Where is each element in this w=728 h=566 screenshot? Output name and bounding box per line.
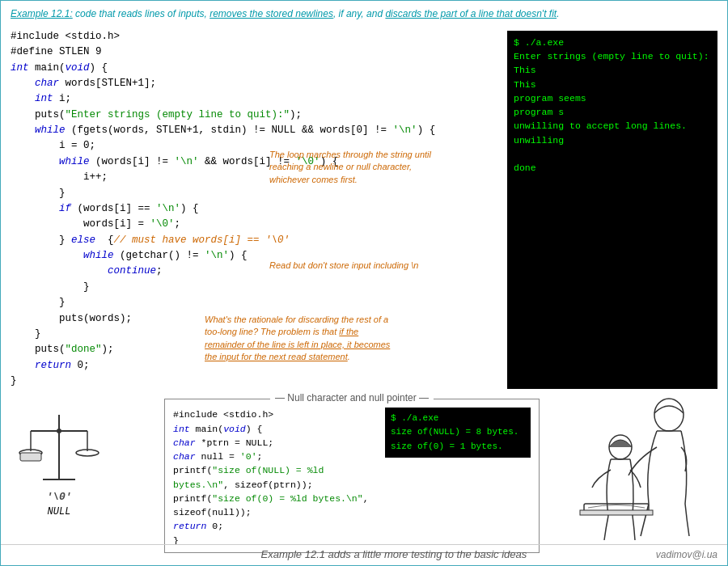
svg-rect-14 [580, 510, 653, 515]
scales-icon [19, 407, 99, 488]
illustration-area [556, 399, 717, 544]
footer: Example 12.1 adds a little more testing … [1, 544, 727, 560]
null-code-line: #include <stdio.h> [173, 408, 377, 421]
null-code-line: printf("size of(0) = %ld bytes.\n", size… [173, 492, 377, 520]
terminal-line: unwilling [514, 133, 711, 147]
null-code-block: #include <stdio.h> int main(void) { char… [173, 408, 377, 547]
null-char-box: — Null character and null pointer — #inc… [164, 399, 540, 553]
annotation-read: Read but don't store input including \n [269, 260, 431, 272]
terminal-line: done [514, 161, 711, 175]
code-line: if (words[i] == '\n') { [11, 201, 499, 217]
example-title: Example 12.1: code that reads lines of i… [11, 7, 717, 21]
footer-author: vadimov@i.ua [656, 549, 717, 560]
code-line: int main(void) { [11, 61, 499, 76]
annotation-rationale: What's the rationale for discarding the … [205, 314, 391, 364]
terminal-line: This [514, 63, 711, 77]
terminal-line: Enter strings (empty line to quit): [514, 49, 711, 63]
code-line: while (fgets(words, STLEN+1, stdin) != N… [11, 123, 499, 138]
null-char-title: — Null character and null pointer — [270, 392, 434, 403]
terminal-line [514, 147, 711, 161]
null-terminal-line: size of(NULL) = 8 bytes. [391, 425, 525, 439]
code-line: } else {// must have words[i] == '\0' [11, 233, 499, 248]
svg-point-9 [654, 399, 684, 431]
code-line: int i; [11, 91, 499, 107]
null-terminal: $ ./a.exe size of(NULL) = 8 bytes. size … [385, 408, 531, 457]
terminal-line: program s [514, 105, 711, 119]
terminal-line: program seems [514, 91, 711, 105]
code-line: } [11, 295, 499, 310]
null-code-line: printf("size of(NULL) = %ld bytes.\n", s… [173, 463, 377, 492]
terminal-line: This [514, 78, 711, 91]
null-code-line: return 0; [173, 519, 377, 533]
null-code-line: char *ptrn = NULL; [173, 436, 377, 450]
code-line: words[i] = '\0'; [11, 217, 499, 232]
footer-caption: Example 12.1 adds a little more testing … [132, 548, 656, 560]
code-line: puts("Enter strings (empty line to quit)… [11, 108, 499, 123]
null-terminal-line: size of(0) = 1 bytes. [391, 440, 525, 454]
code-line: char words[STLEN+1]; [11, 76, 499, 91]
null-code-line: int main(void) { [173, 422, 377, 436]
annotation-loop: The loop marches through the string unti… [269, 149, 431, 186]
main-terminal: $ ./a.exe Enter strings (empty line to q… [507, 31, 717, 390]
terminal-line: unwilling to accept long lines. [514, 119, 711, 133]
null-text-label: NULL [48, 506, 71, 517]
code-line: #include <stdio.h> [11, 29, 499, 44]
svg-point-3 [57, 429, 61, 433]
code-line: } [11, 280, 499, 295]
scales-area: '\0' NULL [11, 399, 108, 517]
code-line: } [11, 374, 499, 389]
person-illustration [564, 382, 709, 544]
terminal-line: $ ./a.exe [514, 36, 711, 49]
null-terminal-line: $ ./a.exe [391, 412, 525, 425]
null-label: '\0' [46, 491, 71, 503]
code-line: } [11, 186, 499, 201]
main-code-block: #include <stdio.h> #define STLEN 9 int m… [11, 29, 499, 390]
null-code-line: char null = '0'; [173, 450, 377, 463]
code-line: #define STLEN 9 [11, 44, 499, 60]
svg-rect-8 [20, 453, 41, 461]
